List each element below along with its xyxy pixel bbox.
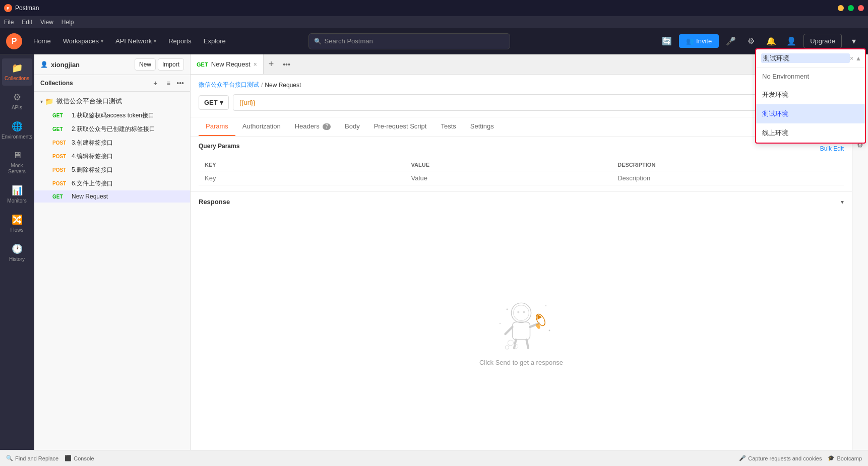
- collection-tree: ▾ 📁 微信公众平台接口测试 GET 1.获取鉴权码access token接口…: [34, 92, 190, 450]
- request-item[interactable]: POST 6.文件上传接口: [34, 177, 190, 190]
- tab-more-button[interactable]: •••: [279, 60, 294, 69]
- app-logo: P: [6, 33, 22, 49]
- param-key-input[interactable]: [205, 174, 399, 182]
- menu-file[interactable]: File: [4, 19, 14, 26]
- sidebar: 📁 Collections ⚙ APIs 🌐 Environments 🖥 Mo…: [0, 54, 34, 450]
- notification-icon[interactable]: 🔔: [763, 33, 779, 49]
- collection-toolbar: Collections + ≡ •••: [34, 75, 190, 92]
- more-options-icon[interactable]: •••: [176, 79, 184, 87]
- tab-body[interactable]: Body: [338, 117, 367, 136]
- request-item[interactable]: POST 4.编辑标签接口: [34, 150, 190, 163]
- description-col-header: DESCRIPTION: [611, 159, 818, 171]
- capture-label: Capture requests and cookies: [748, 455, 822, 461]
- tab-new-request[interactable]: GET New Request ×: [191, 54, 264, 74]
- capture-icon[interactable]: 🎤: [723, 33, 739, 49]
- tab-authorization[interactable]: Authorization: [235, 117, 288, 136]
- request-item[interactable]: POST 5.删除标签接口: [34, 163, 190, 177]
- param-value-input[interactable]: [411, 174, 606, 182]
- env-collapse-icon[interactable]: ▲: [855, 55, 861, 62]
- tab-close-icon[interactable]: ×: [254, 61, 257, 68]
- settings-icon[interactable]: ⚙: [743, 33, 759, 49]
- console-button[interactable]: ⬛ Console: [65, 455, 94, 461]
- api-network-chevron-icon: ▾: [154, 38, 156, 44]
- tab-add-button[interactable]: +: [264, 59, 279, 70]
- capture-button[interactable]: 🎤 Capture requests and cookies: [739, 455, 822, 461]
- nav-home[interactable]: Home: [28, 34, 56, 48]
- collection-folder-header[interactable]: ▾ 📁 微信公众平台接口测试: [34, 94, 190, 109]
- tab-headers[interactable]: Headers 7: [288, 117, 338, 136]
- user-avatar[interactable]: 👤: [783, 33, 799, 49]
- env-item-dev[interactable]: 开发环境: [756, 85, 865, 104]
- request-item[interactable]: POST 3.创建标签接口: [34, 136, 190, 150]
- method-select[interactable]: GET ▾: [199, 95, 229, 110]
- nav-api-network[interactable]: API Network ▾: [110, 34, 161, 48]
- bootcamp-button[interactable]: 🎓 Bootcamp: [828, 455, 862, 461]
- request-name: 1.获取鉴权码access token接口: [72, 111, 154, 120]
- method-badge-get: GET: [52, 126, 69, 132]
- upgrade-button[interactable]: Upgrade: [803, 34, 842, 48]
- filter-icon[interactable]: ≡: [163, 78, 173, 88]
- request-item[interactable]: GET 1.获取鉴权码access token接口: [34, 109, 190, 122]
- sidebar-item-environments[interactable]: 🌐 Environments: [2, 117, 32, 144]
- bootcamp-icon: 🎓: [828, 455, 835, 461]
- close-button[interactable]: [858, 5, 864, 11]
- maximize-button[interactable]: [848, 5, 854, 11]
- folder-icon: 📁: [45, 97, 53, 105]
- env-item-no-environment[interactable]: No Environment: [756, 68, 865, 85]
- nav-workspaces[interactable]: Workspaces ▾: [58, 34, 108, 48]
- invite-button[interactable]: 👥 Invite: [679, 34, 719, 48]
- search-bar[interactable]: 🔍 Search Postman: [308, 33, 510, 49]
- import-button[interactable]: Import: [158, 58, 184, 71]
- main-layout: 📁 Collections ⚙ APIs 🌐 Environments 🖥 Mo…: [0, 54, 868, 450]
- menu-view[interactable]: View: [40, 19, 53, 26]
- tab-settings[interactable]: Settings: [463, 117, 501, 136]
- sidebar-item-mock-servers[interactable]: 🖥 Mock Servers: [2, 146, 32, 179]
- response-placeholder-text: Click Send to get a response: [479, 359, 563, 366]
- bulk-edit-button[interactable]: Bulk Edit: [820, 145, 844, 152]
- param-desc-input[interactable]: [617, 174, 812, 182]
- sidebar-item-monitors[interactable]: 📊 Monitors: [2, 181, 32, 208]
- request-item[interactable]: GET 2.获取公众号已创建的标签接口: [34, 122, 190, 136]
- sidebar-item-flows[interactable]: 🔀 Flows: [2, 210, 32, 237]
- sidebar-item-collections[interactable]: 📁 Collections: [2, 58, 32, 86]
- env-close-icon[interactable]: ×: [850, 55, 853, 62]
- capture-icon: 🎤: [739, 455, 746, 461]
- tab-params[interactable]: Params: [199, 117, 235, 136]
- response-collapse-icon[interactable]: ▾: [841, 198, 844, 206]
- breadcrumb-collection-link[interactable]: 微信公众平台接口测试: [199, 81, 259, 89]
- sidebar-item-history[interactable]: 🕐 History: [2, 239, 32, 267]
- folder-chevron-icon: ▾: [40, 99, 43, 104]
- minimize-button[interactable]: [838, 5, 844, 11]
- sync-icon[interactable]: 🔄: [659, 33, 675, 49]
- response-placeholder: Click Send to get a response: [199, 211, 844, 444]
- nav-reports[interactable]: Reports: [163, 34, 197, 48]
- env-item-prod[interactable]: 线上环境: [756, 123, 865, 143]
- method-badge-get: GET: [52, 113, 69, 118]
- env-dropdown-header: × ▲: [756, 49, 865, 68]
- request-item-active[interactable]: GET New Request: [34, 190, 190, 203]
- response-header: Response ▾: [199, 198, 844, 206]
- env-item-test[interactable]: 测试环境: [756, 104, 865, 123]
- find-replace-button[interactable]: 🔍 Find and Replace: [6, 455, 58, 461]
- method-badge-post: POST: [52, 154, 69, 159]
- expand-icon[interactable]: ▾: [846, 33, 862, 49]
- svg-point-0: [511, 303, 531, 322]
- sidebar-label-apis: APIs: [12, 105, 22, 111]
- window-controls: [838, 5, 864, 11]
- apis-icon: ⚙: [13, 92, 21, 103]
- add-collection-icon[interactable]: +: [150, 78, 160, 88]
- actions-col-header: [818, 159, 844, 171]
- nav-explore[interactable]: Explore: [199, 34, 231, 48]
- request-name: 6.文件上传接口: [72, 179, 113, 188]
- menu-help[interactable]: Help: [61, 19, 74, 26]
- tab-pre-request-script[interactable]: Pre-request Script: [367, 117, 434, 136]
- env-search-input[interactable]: [761, 53, 850, 63]
- menu-edit[interactable]: Edit: [22, 19, 32, 26]
- tab-tests[interactable]: Tests: [433, 117, 463, 136]
- status-right: 🎤 Capture requests and cookies 🎓 Bootcam…: [739, 455, 862, 461]
- response-area: Response ▾: [191, 191, 852, 450]
- url-input[interactable]: [233, 94, 788, 111]
- sidebar-item-apis[interactable]: ⚙ APIs: [2, 88, 32, 115]
- sidebar-label-collections: Collections: [5, 76, 29, 82]
- new-collection-button[interactable]: New: [135, 58, 156, 71]
